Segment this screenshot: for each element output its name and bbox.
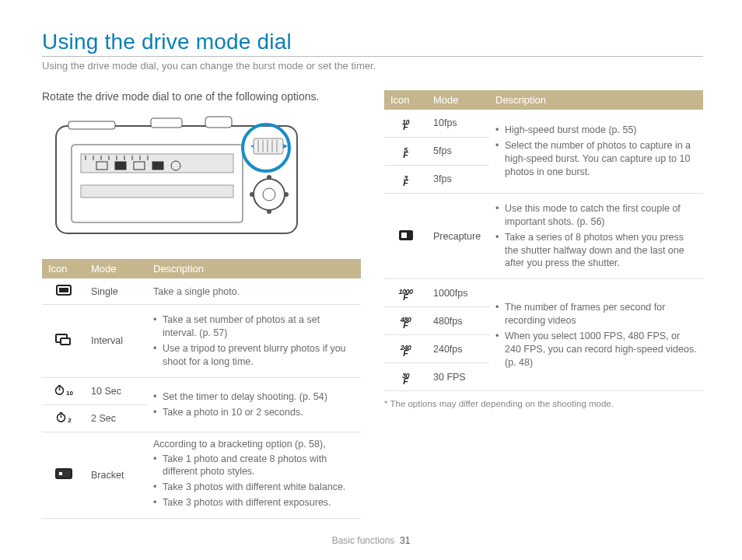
svg-rect-3 xyxy=(205,117,232,128)
mode-description: High-speed burst mode (p. 55)Select the … xyxy=(489,110,703,193)
th-icon: Icon xyxy=(384,90,427,110)
mode-label: Single xyxy=(85,278,147,305)
table-row: IntervalTake a set number of photos at a… xyxy=(42,305,361,378)
mode-icon-bracket xyxy=(42,432,85,519)
footnote-text: * The options may differ depending on th… xyxy=(384,399,703,408)
table-row: PrecaptureUse this mode to catch the fir… xyxy=(384,193,703,278)
mode-label: 10 Sec xyxy=(85,377,147,404)
mode-icon-fps30: 30F xyxy=(384,363,427,391)
svg-point-24 xyxy=(267,209,271,214)
mode-label: 1000fps xyxy=(427,279,489,307)
mode-label: Precapture xyxy=(427,193,489,278)
mode-icon-interval xyxy=(42,305,85,378)
svg-point-23 xyxy=(267,175,271,180)
mode-icon-timer2: 2 xyxy=(42,404,85,432)
mode-icon-single xyxy=(42,278,85,305)
mode-label: 3fps xyxy=(427,165,489,193)
mode-icon-fps240: 240F xyxy=(384,335,427,363)
svg-rect-2 xyxy=(151,118,182,128)
th-mode: Mode xyxy=(85,259,147,278)
page-footer: Basic functions 31 xyxy=(0,535,742,546)
mode-icon-fps10: 10F xyxy=(384,110,427,137)
mode-label: 30 FPS xyxy=(427,363,489,391)
left-modes-table: Icon Mode Description SingleTake a singl… xyxy=(42,259,361,519)
mode-description: Take a set number of photos at a set int… xyxy=(147,305,361,378)
mode-icon-fps3: 3F xyxy=(384,165,427,193)
mode-label: 10fps xyxy=(427,110,489,137)
mode-label: 240fps xyxy=(427,335,489,363)
table-row: BracketAccording to a bracketing option … xyxy=(42,432,361,519)
mode-description: According to a bracketing option (p. 58)… xyxy=(147,432,361,519)
mode-description: The number of frames per second for reco… xyxy=(489,279,703,391)
th-desc: Description xyxy=(147,259,361,278)
table-row: SingleTake a single photo. xyxy=(42,278,361,305)
mode-description: Use this mode to catch the first couple … xyxy=(489,193,703,278)
mode-label: 2 Sec xyxy=(85,404,147,432)
svg-point-25 xyxy=(250,192,254,197)
mode-icon-fps1000: 1000F xyxy=(384,279,427,307)
svg-rect-16 xyxy=(115,162,126,170)
table-row: 10F10fpsHigh-speed burst mode (p. 55)Sel… xyxy=(384,110,703,137)
table-row: 1000F1000fpsThe number of frames per sec… xyxy=(384,279,703,307)
mode-label: Interval xyxy=(85,305,147,378)
right-modes-table: Icon Mode Description 10F10fpsHigh-speed… xyxy=(384,90,703,391)
page-title: Using the drive mode dial xyxy=(42,30,703,54)
svg-point-22 xyxy=(263,188,275,201)
instruction-text: Rotate the drive mode dial to one of the… xyxy=(42,90,361,103)
camera-illustration xyxy=(50,110,314,245)
mode-description: Take a single photo. xyxy=(147,278,361,305)
mode-icon-timer10: 10 xyxy=(42,377,85,404)
th-icon: Icon xyxy=(42,259,85,278)
th-desc: Description xyxy=(489,90,703,110)
svg-rect-1 xyxy=(68,121,115,129)
mode-icon-fps480: 480F xyxy=(384,307,427,335)
svg-rect-18 xyxy=(152,162,163,170)
mode-icon-fps5: 5F xyxy=(384,137,427,165)
mode-description: Set the timer to delay shooting. (p. 54)… xyxy=(147,377,361,432)
svg-point-26 xyxy=(284,192,289,197)
mode-label: 5fps xyxy=(427,137,489,165)
mode-icon-precap xyxy=(384,193,427,278)
table-row: 1010 SecSet the timer to delay shooting.… xyxy=(42,377,361,404)
mode-label: 480fps xyxy=(427,307,489,335)
page-subtitle: Using the drive mode dial, you can chang… xyxy=(42,56,703,72)
mode-label: Bracket xyxy=(85,432,147,519)
th-mode: Mode xyxy=(427,90,489,110)
svg-rect-20 xyxy=(81,185,233,198)
